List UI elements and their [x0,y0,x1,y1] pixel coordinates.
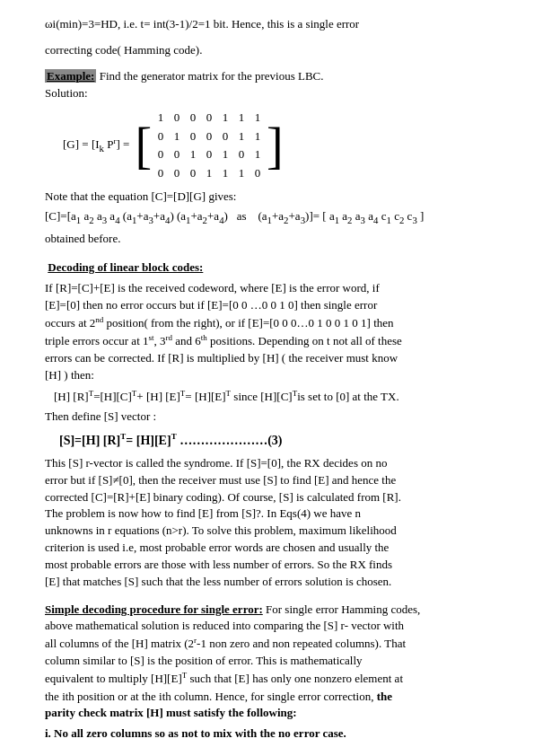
intro-line2: correcting code( Hamming code). [45,42,498,59]
matrix-bracket-right: ] [267,120,284,171]
math-line: [H] [R]T=[H][C]T+ [H] [E]T= [H][E]T sinc… [54,388,498,406]
simple-decoding-para: Simple decoding procedure for single err… [45,602,498,723]
superscript-r: r [113,136,116,145]
subscript-k: k [100,142,104,153]
decoding-para2: This [S] r-vector is called the syndrome… [45,455,498,591]
simple-decoding-section: Simple decoding procedure for single err… [45,602,498,743]
note-line3: obtained before. [45,231,498,248]
decoding-para1: If [R]=[C]+[E] is the received codeword,… [45,280,498,384]
section-title: Decoding of linear block codes: [48,259,203,277]
simple-decoding-title: Simple decoding procedure for single err… [45,602,263,616]
decoding-section: Decoding of linear block codes: If [R]=[… [45,259,498,590]
simple-decoding-item1: i. No all zero columns so as not to mix … [45,725,498,743]
note-section: Note that the equation [C]=[D][G] gives:… [45,189,498,247]
then-line: Then define [S] vector : [45,409,498,426]
example-label: Example: [45,69,96,83]
matrix-grid: 1000111 0100011 0010101 0001110 [153,109,265,181]
example-text: Find the generator matrix for the previo… [96,69,323,83]
matrix-bracket-left: [ [135,120,152,171]
matrix-label: [G] = [Ik Pr] = [63,136,129,156]
intro-line1: ωi(min)=3=HD, i.e. t= int(3-1)/2=1 bit. … [45,16,498,33]
example-block: Example: Find the generator matrix for t… [45,68,498,102]
note-line1: Note that the equation [C]=[D][G] gives: [45,189,498,206]
example-line: Example: Find the generator matrix for t… [45,68,498,85]
matrix-container: [G] = [Ik Pr] = [ 1000111 0100011 001010… [63,109,498,181]
decoding-title: Decoding of linear block codes: [45,259,498,280]
solution-label: Solution: [45,85,498,102]
intro-section: ωi(min)=3=HD, i.e. t= int(3-1)/2=1 bit. … [45,16,498,59]
note-line2: [C]=[a1 a2 a3 a4 (a1+a3+a4) (a1+a2+a4) a… [45,208,498,227]
syndrome-equation: [S]=[H] [R]T= [H][E]T …………………(3) [59,431,498,450]
